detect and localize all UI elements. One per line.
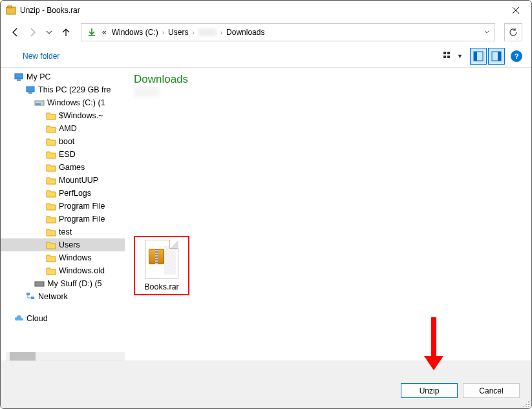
tree-drive-d[interactable]: My Stuff (D:) (5 [1, 277, 125, 290]
titlebar: Unzip - Books.rar [1, 1, 531, 20]
tree-folder[interactable]: $Windows.~ [1, 109, 125, 122]
path-segment-label: Users [168, 28, 188, 37]
tree-folder[interactable]: Program File [1, 200, 125, 213]
tree-label: Program File [59, 202, 105, 211]
tree-label: ESD [59, 150, 76, 159]
folder-icon [46, 149, 56, 160]
path-segment[interactable]: Users [165, 24, 191, 41]
drive-icon [34, 278, 45, 289]
tree-label: boot [59, 137, 74, 146]
view-options-button[interactable] [440, 48, 456, 65]
navigation-tree[interactable]: My PC This PC (229 GB fre Windows (C:) (… [1, 68, 125, 361]
tree-cloud[interactable]: Cloud [1, 312, 125, 325]
download-indicator-icon [87, 27, 97, 37]
up-button[interactable] [60, 26, 72, 38]
tree-folder[interactable]: test [1, 225, 125, 238]
help-button[interactable]: ? [511, 50, 522, 62]
grid-icon [443, 51, 453, 61]
tree-folder[interactable]: Games [1, 161, 125, 174]
path-segment-label [198, 28, 217, 36]
svg-point-21 [528, 404, 529, 405]
chevron-right-icon[interactable]: › [219, 29, 224, 36]
tree-folder-users[interactable]: Users [1, 238, 125, 251]
folder-icon [46, 162, 56, 173]
svg-rect-11 [17, 79, 21, 81]
tree-label: Windows [59, 253, 92, 262]
svg-rect-7 [474, 52, 477, 61]
tree-network[interactable]: Network [1, 290, 125, 303]
unzip-button[interactable]: Unzip [401, 383, 458, 398]
tree-folder[interactable]: boot [1, 135, 125, 148]
tree-folder[interactable]: ESD [1, 148, 125, 161]
svg-rect-9 [498, 52, 501, 61]
path-prefix[interactable]: « [100, 24, 109, 41]
svg-rect-10 [15, 74, 23, 79]
folder-icon [46, 175, 56, 185]
recent-button[interactable] [43, 26, 55, 38]
pc-icon [14, 72, 24, 82]
forward-button[interactable] [27, 26, 38, 38]
path-segment[interactable]: Downloads [224, 24, 267, 41]
arrow-right-icon [27, 27, 37, 37]
tree-scrollbar[interactable] [6, 352, 125, 361]
address-dropdown[interactable] [484, 30, 489, 35]
back-button[interactable] [10, 26, 21, 38]
tree-folder[interactable]: Windows [1, 251, 125, 264]
folder-icon [46, 201, 56, 211]
tree-label: My PC [27, 72, 51, 81]
arrow-up-icon [61, 27, 71, 37]
folder-icon [46, 110, 56, 121]
cloud-icon [14, 313, 24, 324]
svg-point-19 [528, 401, 529, 403]
path-segment[interactable] [196, 24, 219, 41]
tree-folder[interactable]: Windows.old [1, 264, 125, 277]
refresh-button[interactable] [504, 23, 522, 41]
chevron-right-icon[interactable]: › [191, 29, 195, 36]
tree-this-pc[interactable]: This PC (229 GB fre [1, 83, 125, 96]
details-pane-button[interactable] [488, 48, 505, 65]
window-title: Unzip - Books.rar [20, 6, 502, 15]
path-segment-label: Windows (C:) [112, 28, 158, 37]
new-folder-button[interactable]: New folder [17, 48, 65, 65]
close-button[interactable] [502, 1, 530, 19]
view-dropdown[interactable]: ▼ [457, 53, 463, 59]
svg-rect-18 [31, 297, 34, 299]
tree-label: This PC (229 GB fre [38, 85, 111, 94]
navigation-bar: « Windows (C:) › Users › › Downloads [1, 20, 531, 45]
address-bar[interactable]: « Windows (C:) › Users › › Downloads [81, 23, 495, 41]
toolbar: New folder ▼ ? [1, 45, 531, 68]
tree-folder[interactable]: MountUUP [1, 174, 125, 187]
tree-folder[interactable]: PerfLogs [1, 187, 125, 200]
folder-icon [46, 123, 56, 134]
tree-label: AMD [59, 124, 77, 133]
svg-point-20 [526, 404, 527, 405]
refresh-icon [509, 28, 518, 37]
path-segment[interactable]: Windows (C:) [109, 24, 161, 41]
file-list-pane[interactable]: Downloads Books.rar [125, 68, 531, 361]
path-segment-label: Downloads [226, 28, 264, 37]
tree-folder[interactable]: Program File [1, 213, 125, 225]
cancel-button[interactable]: Cancel [463, 383, 520, 398]
preview-pane-button[interactable] [470, 48, 487, 65]
tree-drive-c[interactable]: Windows (C:) (1 [1, 96, 125, 109]
tree-folder[interactable]: AMD [1, 122, 125, 135]
folder-icon [46, 253, 56, 263]
drive-icon [34, 98, 45, 108]
folder-icon [46, 266, 56, 276]
tree-label: Network [38, 292, 68, 301]
preview-pane-icon [473, 51, 484, 61]
tree-label: PerfLogs [59, 189, 91, 198]
scrollbar-thumb[interactable] [10, 352, 36, 361]
chevron-right-icon[interactable]: › [161, 29, 165, 36]
svg-rect-15 [36, 103, 41, 105]
file-item-books-rar[interactable]: Books.rar [134, 236, 189, 295]
network-icon [25, 291, 36, 302]
chevron-down-icon [484, 30, 489, 35]
arrow-left-icon [10, 27, 21, 37]
tree-my-pc[interactable]: My PC [1, 70, 125, 83]
folder-icon [46, 188, 56, 198]
close-icon [513, 7, 519, 14]
dialog-footer: Unzip Cancel [1, 361, 531, 408]
resize-grip-icon[interactable] [522, 399, 530, 407]
body: My PC This PC (229 GB fre Windows (C:) (… [1, 68, 531, 361]
